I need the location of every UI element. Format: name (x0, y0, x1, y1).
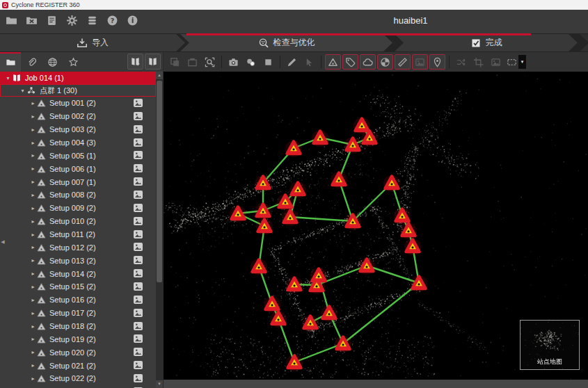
report-button[interactable] (45, 13, 59, 28)
setup-marker-013[interactable] (256, 218, 273, 235)
setup-marker-004[interactable] (361, 130, 378, 147)
setup-marker-021[interactable] (286, 277, 303, 293)
setup-marker-012[interactable] (282, 209, 299, 226)
tree-row-setup-014[interactable]: ▸Setup 014 (2) (0, 267, 156, 280)
tree-row-setup-001[interactable]: ▸Setup 001 (2) (0, 97, 156, 110)
tree-row-setup-013[interactable]: ▸Setup 013 (2) (0, 254, 156, 267)
chevron-right-icon[interactable]: ▸ (29, 232, 37, 238)
color-mode-button[interactable] (243, 54, 259, 70)
chevron-right-icon[interactable]: ▸ (29, 165, 37, 172)
tree-row-setup-015[interactable]: ▸Setup 015 (2) (0, 280, 156, 293)
chevron-right-icon[interactable]: ▸ (29, 362, 37, 369)
chevron-down-icon[interactable]: ▾ (4, 75, 12, 81)
chevron-down-icon[interactable]: ▾ (19, 88, 26, 94)
tree-row-setup-009[interactable]: ▸Setup 009 (2) (0, 202, 156, 215)
setup-marker-020[interactable] (251, 259, 267, 275)
tree-row-setup-018[interactable]: ▸Setup 018 (2) (0, 320, 156, 333)
caret-down-icon[interactable]: ▾ (518, 55, 526, 69)
setup-image-icon[interactable] (134, 151, 143, 159)
tree-scrollbar[interactable]: ▲ ▼ (156, 72, 163, 388)
draw-button[interactable] (284, 54, 300, 70)
tree-row-setup-008[interactable]: ▸Setup 008 (2) (0, 188, 156, 202)
chevron-right-icon[interactable]: ▸ (29, 270, 37, 277)
toggle-setups-button[interactable] (325, 54, 341, 70)
chevron-right-icon[interactable]: ▸ (29, 192, 37, 198)
chevron-right-icon[interactable]: ▸ (29, 257, 37, 264)
toggle-labels-button[interactable] (342, 54, 358, 70)
setup-image-icon[interactable] (134, 256, 143, 264)
chevron-right-icon[interactable]: ▸ (29, 140, 37, 146)
tree-row-setup-012[interactable]: ▸Setup 012 (2) (0, 241, 156, 254)
chevron-right-icon[interactable]: ▸ (29, 323, 37, 330)
setup-marker-015[interactable] (383, 175, 400, 192)
setup-image-icon[interactable] (134, 269, 143, 277)
setup-image-icon[interactable] (134, 112, 143, 120)
setup-marker-002[interactable] (312, 130, 328, 147)
snapshot-button[interactable] (225, 54, 241, 70)
bundle-button[interactable] (145, 54, 161, 70)
web-tab[interactable] (42, 52, 63, 72)
minimap[interactable]: 站点地图 (520, 320, 580, 370)
tab-finalize[interactable]: 完成 (395, 34, 578, 51)
chevron-right-icon[interactable]: ▸ (29, 244, 37, 250)
image-view-button[interactable] (488, 54, 504, 70)
setup-image-icon[interactable] (134, 177, 143, 186)
add-bundle-button[interactable] (127, 54, 143, 70)
attachments-tab[interactable] (21, 52, 42, 72)
setup-image-icon[interactable] (134, 296, 143, 304)
tree-row-setup-021[interactable]: ▸Setup 021 (2) (0, 359, 156, 372)
crop-button[interactable] (470, 54, 486, 70)
chevron-right-icon[interactable]: ▸ (29, 179, 37, 185)
setup-marker-018[interactable] (404, 239, 421, 255)
tree-row-setup-023[interactable]: ▸Setup 023 (2) (0, 385, 156, 388)
chevron-right-icon[interactable]: ▸ (29, 218, 37, 225)
tree-row-setup-019[interactable]: ▸Setup 019 (2) (0, 332, 156, 346)
chevron-right-icon[interactable]: ▸ (29, 336, 37, 342)
tree-row-setup-006[interactable]: ▸Setup 006 (1) (0, 162, 156, 175)
setup-marker-008[interactable] (289, 181, 306, 198)
setup-image-icon[interactable] (134, 204, 143, 212)
setup-marker-014[interactable] (344, 213, 361, 230)
tree-row-setup-011[interactable]: ▸Setup 011 (2) (0, 228, 156, 241)
tree-row-setup-017[interactable]: ▸Setup 017 (2) (0, 307, 156, 320)
setup-marker-028[interactable] (321, 305, 337, 322)
setup-image-icon[interactable] (134, 138, 143, 147)
tree-row-setup-004[interactable]: ▸Setup 004 (3) (0, 136, 156, 149)
stop-button[interactable] (260, 54, 276, 70)
settings-button[interactable] (65, 13, 79, 28)
tab-import[interactable]: 导入 (0, 34, 185, 51)
setup-marker-024[interactable] (358, 258, 375, 275)
help-button[interactable]: ? (105, 13, 120, 28)
chevron-right-icon[interactable]: ▸ (29, 284, 37, 290)
setup-marker-023[interactable] (310, 268, 327, 284)
setup-image-icon[interactable] (134, 361, 143, 369)
tree-row-setup-016[interactable]: ▸Setup 016 (2) (0, 293, 156, 307)
toggle-images-button[interactable] (412, 54, 428, 70)
tree-row-setup-003[interactable]: ▸Setup 003 (2) (0, 123, 156, 136)
setup-marker-001[interactable] (285, 140, 302, 157)
setup-marker-005[interactable] (344, 137, 361, 154)
toggle-cloud-button[interactable] (360, 54, 376, 70)
about-button[interactable]: i (125, 13, 140, 28)
setup-marker-009[interactable] (277, 194, 294, 211)
toggle-geotags-button[interactable] (429, 54, 445, 70)
swap-links-button[interactable] (453, 54, 469, 70)
tree-row-setup-022[interactable]: ▸Setup 022 (2) (0, 372, 156, 385)
setup-image-icon[interactable] (134, 322, 143, 330)
toggle-targets-button[interactable] (377, 54, 393, 70)
open-project-button[interactable] (4, 13, 19, 28)
setup-marker-019[interactable] (411, 275, 427, 292)
sites-tab[interactable] (63, 52, 84, 72)
tab-review-optimize[interactable]: 检查与优化 (180, 34, 392, 51)
setup-marker-029[interactable] (335, 336, 351, 353)
setup-image-icon[interactable] (134, 348, 143, 356)
setup-marker-006[interactable] (331, 172, 347, 188)
copy-view-button[interactable] (167, 54, 183, 70)
setup-marker-010[interactable] (230, 206, 246, 223)
zoom-fit-button[interactable] (202, 54, 218, 70)
frame-view-button[interactable] (184, 54, 200, 70)
project-explorer-tab[interactable] (0, 52, 21, 72)
setup-image-icon[interactable] (134, 243, 143, 251)
pick-button[interactable] (301, 54, 317, 70)
setup-marker-017[interactable] (400, 223, 417, 239)
